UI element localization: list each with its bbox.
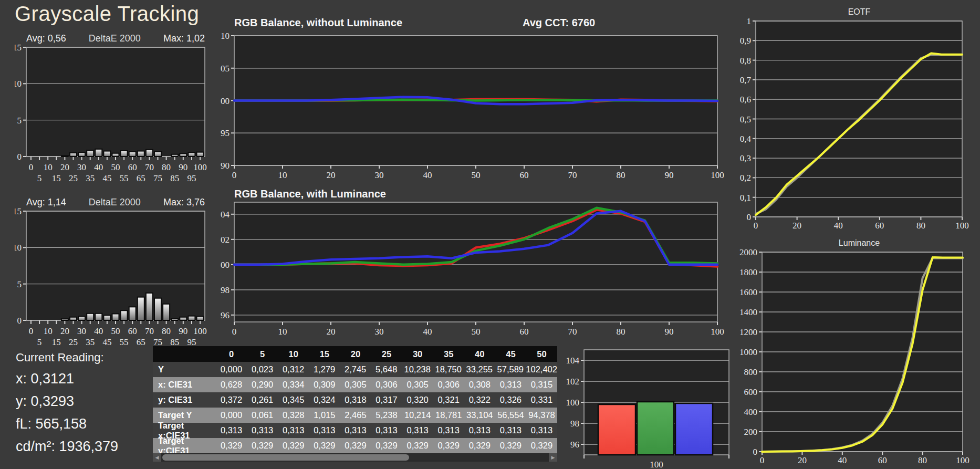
- scroll-right-button[interactable]: ▶: [549, 453, 557, 462]
- svg-text:100: 100: [193, 326, 207, 336]
- deltae-bar: [180, 317, 186, 320]
- table-cell: 56,554: [495, 410, 526, 420]
- deltae1-max-label: Max: 1,02: [163, 33, 205, 44]
- svg-text:0: 0: [760, 455, 765, 465]
- svg-text:20: 20: [327, 170, 336, 180]
- svg-text:5: 5: [37, 337, 42, 347]
- table-cell: 0,312: [278, 364, 309, 374]
- column-header: 5: [247, 349, 278, 359]
- svg-text:0: 0: [747, 212, 752, 222]
- deltae-bar: [103, 151, 110, 157]
- table-cell: 0,313: [309, 425, 340, 435]
- deltae-bar: [138, 151, 144, 157]
- svg-text:70: 70: [568, 170, 577, 180]
- svg-text:95: 95: [187, 173, 196, 183]
- table-scrollbar[interactable]: ◀ ▶: [153, 453, 557, 462]
- rgbwl-plot: 96981001021040102030405060708090100: [221, 200, 725, 341]
- svg-text:100: 100: [956, 455, 969, 465]
- table-cell: 0,318: [340, 395, 371, 405]
- svg-text:10: 10: [15, 79, 22, 89]
- table-cell: 0,321: [433, 395, 464, 405]
- svg-text:0,3: 0,3: [740, 153, 751, 163]
- svg-text:0,7: 0,7: [740, 75, 752, 85]
- eotf-title: EOTF: [738, 6, 980, 18]
- page-title: Grayscale Tracking: [15, 2, 199, 26]
- deltae2-plot: 0510150510152025303540455055606570758085…: [15, 208, 220, 361]
- svg-text:20: 20: [327, 327, 336, 337]
- deltae-bar: [87, 314, 93, 320]
- svg-text:80: 80: [617, 327, 625, 337]
- table-cell: 94,378: [526, 410, 557, 420]
- table-cell: 0,345: [278, 395, 309, 405]
- svg-text:50: 50: [472, 327, 481, 337]
- svg-text:85: 85: [170, 173, 179, 183]
- svg-text:96: 96: [221, 310, 230, 320]
- svg-text:0: 0: [17, 316, 22, 326]
- scroll-thumb[interactable]: [162, 454, 409, 461]
- reading-x: x: 0,3121: [16, 371, 118, 387]
- svg-text:50: 50: [472, 170, 481, 180]
- table-cell: 0,313: [247, 425, 278, 435]
- table-cell: 2,465: [340, 410, 371, 420]
- column-header: 30: [402, 349, 433, 359]
- svg-text:95: 95: [221, 128, 230, 138]
- table-cell: 33,255: [464, 364, 495, 374]
- table-row: x: CIE310,6280,2900,3340,3090,3050,3060,…: [153, 377, 557, 392]
- svg-text:60: 60: [128, 162, 137, 172]
- svg-text:102: 102: [221, 235, 230, 245]
- scroll-left-button[interactable]: ◀: [153, 453, 161, 462]
- svg-text:600: 600: [744, 387, 758, 397]
- svg-text:1000: 1000: [739, 347, 757, 357]
- svg-text:70: 70: [145, 162, 154, 172]
- deltae-bar: [180, 153, 186, 157]
- svg-text:60: 60: [520, 327, 529, 337]
- table-cell: 0,329: [247, 441, 278, 451]
- table-cell: 0,061: [247, 410, 278, 420]
- svg-text:45: 45: [102, 173, 111, 183]
- table-cell: 0,000: [216, 364, 247, 374]
- table-cell: 0,324: [309, 395, 340, 405]
- eotf-plot: 00,10,20,30,40,50,60,70,80,9102040608010…: [738, 18, 980, 234]
- table-cell: 0,313: [526, 425, 557, 435]
- svg-text:60: 60: [878, 455, 887, 465]
- table-row: Y0,0000,0230,3121,2792,7455,64810,23818,…: [153, 362, 557, 377]
- blue-bar: [675, 403, 713, 455]
- svg-text:40: 40: [423, 170, 432, 180]
- svg-text:40: 40: [94, 162, 103, 172]
- table-cell: 0,329: [309, 441, 340, 451]
- svg-text:102: 102: [566, 377, 580, 387]
- deltae-bar: [70, 317, 77, 320]
- svg-text:15: 15: [15, 44, 22, 53]
- table-cell: 0,334: [278, 380, 309, 390]
- deltae-bar: [146, 150, 153, 157]
- table-cell: 0,313: [402, 425, 433, 435]
- svg-text:105: 105: [221, 64, 230, 74]
- svg-text:40: 40: [423, 327, 432, 337]
- table-cell: 1,015: [309, 410, 340, 420]
- svg-text:25: 25: [69, 173, 78, 183]
- deltae-bar: [154, 298, 161, 320]
- svg-text:0: 0: [232, 170, 237, 180]
- table-cell: 2,745: [340, 364, 371, 374]
- table-cell: 0,329: [216, 441, 247, 451]
- svg-text:0: 0: [17, 152, 22, 162]
- row-label: x: CIE31: [153, 380, 216, 390]
- svg-text:80: 80: [916, 221, 925, 231]
- svg-text:100: 100: [193, 162, 207, 172]
- svg-text:90: 90: [179, 162, 187, 172]
- svg-text:90: 90: [665, 170, 674, 180]
- table-cell: 0,313: [433, 425, 464, 435]
- rgb-balance-with-luminance-chart: RGB Balance, with Luminance 969810010210…: [221, 188, 725, 341]
- deltae-bar: [171, 154, 178, 157]
- svg-text:1600: 1600: [739, 287, 757, 297]
- svg-text:75: 75: [153, 173, 162, 183]
- svg-text:20: 20: [798, 455, 807, 465]
- deltae-bar: [171, 319, 178, 320]
- deltae-chart-2: Avg: 1,14 DeltaE 2000 Max: 3,76 05101505…: [15, 199, 220, 361]
- table-cell: 10,214: [402, 410, 433, 420]
- svg-text:35: 35: [86, 337, 95, 347]
- rgbnl-plot: 90951001051100102030405060708090100: [221, 33, 725, 184]
- svg-text:40: 40: [94, 326, 103, 336]
- svg-text:70: 70: [568, 327, 577, 337]
- table-cell: 0,322: [464, 395, 495, 405]
